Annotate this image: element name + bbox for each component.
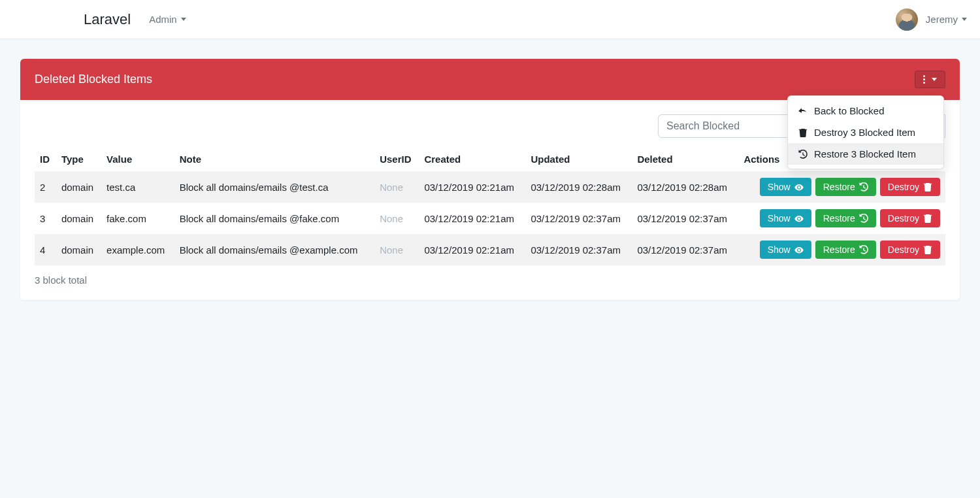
navbar-left: Laravel Admin (84, 11, 186, 28)
restore-label: Restore (823, 213, 855, 224)
caret-down-icon (962, 18, 967, 21)
container: Deleted Blocked Items Back to Blocked De… (10, 39, 970, 320)
trash-icon (923, 245, 932, 254)
cell-created: 03/12/2019 02:21am (419, 234, 525, 265)
cell-deleted: 03/12/2019 02:37am (632, 234, 738, 265)
navbar-right: Jeremy (896, 8, 967, 31)
show-label: Show (768, 244, 791, 255)
cell-value: test.ca (101, 171, 174, 203)
destroy-label: Destroy (888, 213, 919, 224)
show-button[interactable]: Show (760, 241, 811, 259)
restore-button[interactable]: Restore (815, 241, 876, 259)
brand[interactable]: Laravel (84, 11, 131, 28)
caret-down-icon (932, 78, 937, 81)
table-body: 2domaintest.caBlock all domains/emails @… (35, 171, 945, 265)
user-dropdown[interactable]: Jeremy (926, 14, 967, 25)
navbar: Laravel Admin Jeremy (0, 0, 980, 39)
user-name: Jeremy (926, 14, 958, 25)
restore-button[interactable]: Restore (815, 178, 876, 196)
destroy-button[interactable]: Destroy (880, 209, 940, 227)
cell-id: 4 (35, 234, 56, 265)
dropdown-back[interactable]: Back to Blocked (788, 100, 943, 122)
cell-deleted: 03/12/2019 02:28am (632, 171, 738, 203)
history-icon (798, 150, 808, 159)
trash-icon (923, 214, 932, 223)
cell-value: fake.com (101, 203, 174, 234)
history-icon (859, 182, 868, 191)
card-header: Deleted Blocked Items Back to Blocked De… (20, 59, 960, 100)
col-updated: Updated (525, 147, 632, 171)
eye-icon (794, 182, 804, 191)
table-row: 3domainfake.comBlock all domains/emails … (35, 203, 945, 234)
restore-label: Restore (823, 182, 855, 192)
cell-type: domain (56, 203, 101, 234)
col-type: Type (56, 147, 101, 171)
col-note: Note (174, 147, 374, 171)
cell-created: 03/12/2019 02:21am (419, 203, 525, 234)
show-button[interactable]: Show (760, 209, 811, 227)
cell-actions: ShowRestoreDestroy (738, 203, 945, 234)
destroy-label: Destroy (888, 182, 919, 192)
avatar[interactable] (896, 8, 918, 31)
cell-actions: ShowRestoreDestroy (738, 171, 945, 203)
dropdown-back-label: Back to Blocked (814, 105, 885, 116)
cell-userid: None (374, 171, 419, 203)
destroy-button[interactable]: Destroy (880, 241, 940, 259)
card: Deleted Blocked Items Back to Blocked De… (20, 59, 960, 300)
destroy-button[interactable]: Destroy (880, 178, 940, 196)
table-row: 2domaintest.caBlock all domains/emails @… (35, 171, 945, 203)
cell-actions: ShowRestoreDestroy (738, 234, 945, 265)
destroy-label: Destroy (888, 244, 919, 255)
cell-note: Block all domains/emails @example.com (174, 234, 374, 265)
cell-created: 03/12/2019 02:21am (419, 171, 525, 203)
dropdown-restore[interactable]: Restore 3 Blocked Item (788, 143, 943, 165)
trash-icon (923, 182, 932, 191)
caret-down-icon (181, 18, 186, 21)
reply-icon (798, 107, 808, 116)
restore-button[interactable]: Restore (815, 209, 876, 227)
show-button[interactable]: Show (760, 178, 811, 196)
card-dropdown: Back to Blocked Destroy 3 Blocked Item R… (787, 95, 944, 169)
history-icon (859, 214, 868, 223)
cell-type: domain (56, 171, 101, 203)
admin-label: Admin (149, 14, 177, 25)
col-userid: UserID (374, 147, 419, 171)
card-menu-button[interactable] (915, 71, 945, 88)
restore-label: Restore (823, 244, 855, 255)
cell-id: 3 (35, 203, 56, 234)
cell-note: Block all domains/emails @test.ca (174, 171, 374, 203)
cell-value: example.com (101, 234, 174, 265)
cell-id: 2 (35, 171, 56, 203)
card-title: Deleted Blocked Items (35, 73, 152, 86)
cell-updated: 03/12/2019 02:37am (525, 203, 632, 234)
history-icon (859, 245, 868, 254)
col-id: ID (35, 147, 56, 171)
cell-type: domain (56, 234, 101, 265)
kebab-icon (923, 75, 925, 84)
show-label: Show (768, 213, 791, 224)
dropdown-restore-label: Restore 3 Blocked Item (814, 148, 916, 159)
col-created: Created (419, 147, 525, 171)
table-row: 4domainexample.comBlock all domains/emai… (35, 234, 945, 265)
eye-icon (794, 214, 804, 223)
trash-icon (798, 128, 808, 137)
cell-userid: None (374, 234, 419, 265)
eye-icon (794, 245, 804, 254)
admin-dropdown[interactable]: Admin (149, 14, 186, 25)
dropdown-destroy-label: Destroy 3 Blocked Item (814, 127, 915, 138)
col-deleted: Deleted (632, 147, 738, 171)
cell-note: Block all domains/emails @fake.com (174, 203, 374, 234)
show-label: Show (768, 182, 791, 192)
cell-userid: None (374, 203, 419, 234)
dropdown-destroy[interactable]: Destroy 3 Blocked Item (788, 122, 943, 143)
col-value: Value (101, 147, 174, 171)
cell-updated: 03/12/2019 02:28am (525, 171, 632, 203)
cell-updated: 03/12/2019 02:37am (525, 234, 632, 265)
cell-deleted: 03/12/2019 02:37am (632, 203, 738, 234)
summary-text: 3 block total (35, 274, 945, 286)
